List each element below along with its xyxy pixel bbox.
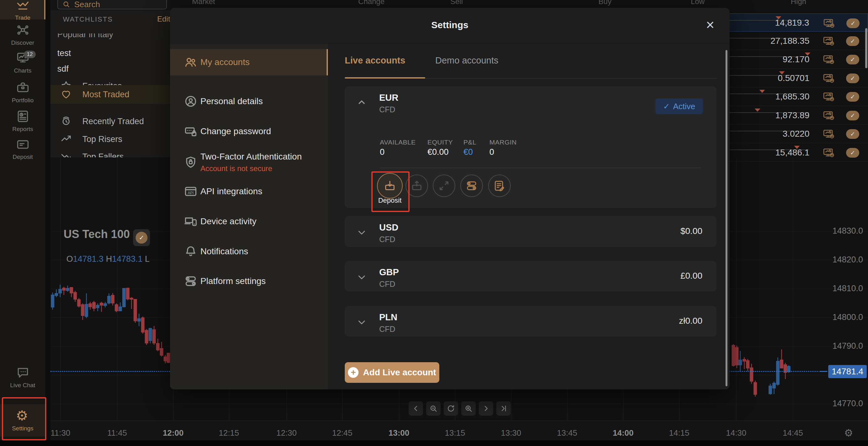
svg-text:API: API <box>188 191 193 195</box>
chart-monitor-icon[interactable] <box>822 147 835 159</box>
account-card-usd[interactable]: USDCFD$0.00 <box>345 216 716 247</box>
close-icon[interactable]: × <box>702 16 718 33</box>
withdraw-action-button[interactable] <box>405 174 428 197</box>
watchlist-item-label: Top Risers <box>82 135 122 144</box>
reports-icon <box>16 109 30 123</box>
sidebar-item-discover[interactable]: Discover <box>0 23 45 47</box>
skip-end-icon <box>499 404 508 413</box>
sidebar-item-charts[interactable]: Charts12 <box>0 50 45 75</box>
watch-check-toggle[interactable]: ✓ <box>846 129 859 139</box>
settings-nav-item-personal-details[interactable]: Personal details <box>170 91 328 111</box>
deposit-action-button[interactable] <box>377 173 403 199</box>
account-card-gbp[interactable]: GBPCFD£0.00 <box>345 261 716 291</box>
transfer-action-icon <box>438 179 450 192</box>
pan-left-button[interactable] <box>409 401 423 416</box>
chart-monitor-icon[interactable] <box>822 35 835 47</box>
time-axis-label: 14:15 <box>669 428 689 438</box>
chart-monitor-icon[interactable] <box>822 54 835 66</box>
chart-monitor-icon[interactable] <box>822 128 835 140</box>
sidebar-item-live-chat[interactable]: Live Chat <box>0 362 45 392</box>
account-currency: EUR <box>379 93 398 103</box>
sidebar-item-label: Settings <box>12 425 33 432</box>
stat-value-margin: 0 <box>489 147 494 157</box>
modal-scrollbar[interactable] <box>725 50 727 386</box>
watchlist-item-label: Most Traded <box>82 90 129 99</box>
chevron-down-icon[interactable] <box>356 316 367 328</box>
chart-monitor-icon[interactable] <box>822 91 835 103</box>
pan-right-button[interactable] <box>479 401 493 416</box>
account-card-pln[interactable]: PLNCFDzł0.00 <box>345 306 716 337</box>
price-axis-label: 14800.0 <box>829 312 863 322</box>
vertical-gridline <box>736 158 737 421</box>
add-live-account-button[interactable]: + Add Live account <box>345 362 439 383</box>
tab-live-accounts[interactable]: Live accounts <box>345 55 405 66</box>
account-balance: zł0.00 <box>679 316 702 326</box>
chart-monitor-icon[interactable] <box>822 110 835 122</box>
watchlist-item-sdf[interactable]: sdf <box>51 62 170 76</box>
platform-action-button[interactable] <box>460 174 483 197</box>
nav-item-label: My accounts <box>200 57 250 67</box>
watch-check-toggle[interactable]: ✓ <box>846 55 859 64</box>
account-card-eur[interactable]: EUR CFD ✓ Active AVAILABLE0EQUITY€0.00P&… <box>345 86 716 208</box>
settings-nav-item-platform-settings[interactable]: Platform settings <box>170 271 328 291</box>
watchlist-item-recently-traded[interactable]: Recently Traded <box>51 112 170 131</box>
account-type: CFD <box>379 280 395 289</box>
chevron-down-icon[interactable] <box>356 272 367 283</box>
nav-item-label: Two-Factor Authentication <box>200 152 302 162</box>
sidebar-item-reports[interactable]: Reports <box>0 109 45 133</box>
watchlist-scrolled-item[interactable]: Popular in Italy <box>51 33 170 42</box>
watch-check-toggle[interactable]: ✓ <box>846 148 859 158</box>
axis-settings-gear-icon[interactable]: ⚙ <box>842 426 856 440</box>
settings-nav-item-device-activity[interactable]: Device activity <box>170 211 328 232</box>
watch-check-toggle[interactable]: ✓ <box>846 19 860 28</box>
search-input[interactable]: Search <box>57 0 167 9</box>
watchlists-header: WATCHLISTS <box>63 15 113 24</box>
zoom-in-button[interactable] <box>461 401 476 416</box>
settings-nav-item-change-password[interactable]: Change password <box>170 122 328 141</box>
chart-monitor-icon[interactable] <box>822 73 835 84</box>
watchlist-item-test[interactable]: test <box>51 46 170 60</box>
zoom-out-button[interactable] <box>426 401 441 416</box>
chart-monitor-icon[interactable] <box>822 18 835 29</box>
zoom-out-icon <box>429 404 438 413</box>
chart-symbol-title: US Tech 100 <box>64 228 130 241</box>
stat-label-margin: MARGIN <box>489 139 517 146</box>
reset-button[interactable] <box>444 401 458 416</box>
watch-check-toggle[interactable]: ✓ <box>846 111 859 121</box>
watch-check-toggle[interactable]: ✓ <box>846 92 859 102</box>
settings-nav-item-api-integrations[interactable]: APIAPI integrations <box>170 181 328 201</box>
chevron-down-icon[interactable] <box>356 227 367 238</box>
price-axis-label: 14830.0 <box>829 226 863 236</box>
watchlists-edit-button[interactable]: Edit <box>157 15 170 24</box>
search-placeholder: Search <box>74 0 100 9</box>
chevron-up-icon[interactable] <box>356 97 367 108</box>
trend-up-icon <box>60 133 72 145</box>
go-to-end-button[interactable] <box>496 401 511 416</box>
active-status-label: Active <box>673 102 695 111</box>
column-header-change: Change <box>358 0 384 6</box>
account-balance: £0.00 <box>680 271 702 281</box>
settings-nav-item-my-accounts[interactable]: My accounts <box>170 49 328 75</box>
stat-label-equity: EQUITY <box>427 139 453 146</box>
sidebar-item-portfolio[interactable]: Portfolio <box>0 80 45 104</box>
watchlist-item-top-fallers[interactable]: Top Fallers <box>51 147 170 157</box>
symbol-check-badge: ✓ <box>133 229 150 246</box>
nav-item-label: Notifications <box>200 246 248 256</box>
sidebar-item-settings[interactable]: ⚙Settings <box>0 404 45 437</box>
high-value: 14,819.3 <box>775 18 809 28</box>
tab-demo-accounts[interactable]: Demo accounts <box>435 55 498 66</box>
watch-check-toggle[interactable]: ✓ <box>846 36 859 46</box>
watchlist-item-most-traded[interactable]: Most Traded <box>51 85 170 104</box>
market-list-scrollbar[interactable] <box>865 28 867 68</box>
statement-action-button[interactable] <box>488 174 511 197</box>
settings-nav-item-two-factor-authentication[interactable]: Two-Factor AuthenticationAccount is not … <box>170 148 328 177</box>
settings-nav-item-notifications[interactable]: Notifications <box>170 241 328 262</box>
panel-divider <box>45 0 51 440</box>
watchlist-item-label: Recently Traded <box>82 117 144 126</box>
sidebar-item-deposit[interactable]: Deposit <box>0 137 45 161</box>
down-triangle-icon <box>760 90 765 93</box>
watch-check-toggle[interactable]: ✓ <box>846 73 859 83</box>
watchlist-item-top-risers[interactable]: Top Risers <box>51 130 170 148</box>
transfer-action-button[interactable] <box>433 174 455 197</box>
sidebar-item-trade[interactable]: Trade <box>0 0 45 20</box>
